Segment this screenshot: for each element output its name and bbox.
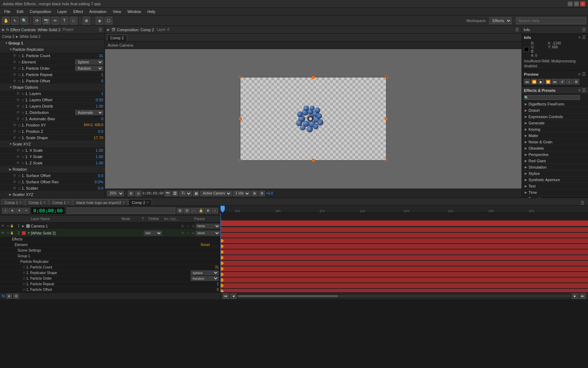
tool-text[interactable]: T [61,17,68,25]
layer-mask-2[interactable]: ◎ [191,231,196,236]
layer-star-2[interactable]: ☆ [186,231,190,236]
layer-row-solid[interactable]: 👁 ◎ 🔓 2 ▼ [White Solid 2] NorAddMultiply… [0,230,220,237]
tool-select[interactable]: ↖ [11,17,19,25]
tl-view-6[interactable]: ↔ [212,208,218,213]
mask-toggle[interactable]: ◎ [135,191,141,196]
scale-xyz-header[interactable]: ▼ Scale XYZ [0,141,105,147]
maximize-button[interactable]: □ [574,1,579,6]
tab-black-hole[interactable]: black hole logo ae import2 × [73,199,128,205]
timeline-ruler[interactable]: 04s 08s 12s 16s 20s 24s 28s [220,206,588,213]
layer-lock-2[interactable]: 🔓 [10,231,14,234]
prev-first[interactable]: ⏮ [524,79,530,84]
checker-btn[interactable]: ▦ [193,191,199,196]
tl-element-row[interactable]: Element Reset ....... [0,242,220,248]
tl-replicator-shape-select[interactable]: Sphere [191,271,219,275]
prop-x-scale[interactable]: ⏱ ◇ 1. X Scale 1.00 [0,147,105,154]
tool-camera[interactable]: 📷 [42,17,50,25]
tool-pen[interactable]: ✏ [51,17,59,25]
tl-nav-end[interactable]: ⏭ [580,293,586,299]
tl-view-5[interactable]: ⊕ [205,208,211,213]
layer-eye-2[interactable]: 👁 [0,231,6,235]
tab-close-2[interactable]: × [43,200,46,204]
tl-ctrl-4[interactable]: ≡ [23,208,29,213]
prop-distribution[interactable]: ⏱ ◇ 1. Distribution Automatic [0,109,105,116]
ep-menu-btn[interactable]: ☰ [582,88,586,93]
handle-tl[interactable] [239,76,242,79]
prop-z-scale[interactable]: ⏱ ◇ 1. Z Scale 1.00 [0,160,105,166]
menu-layer[interactable]: Layer [55,9,70,14]
prev-last[interactable]: ⏭ [552,79,558,84]
tl-replicator-shape-row[interactable]: ⏱ 1. Replicator Shape Sphere [0,270,220,276]
comp2-tab[interactable]: Comp 2 [107,35,127,41]
tl-particle-replicator-row[interactable]: Particle Replicator [0,259,220,265]
particle-order-select[interactable]: RandomSequential [75,66,103,71]
add-keyframe[interactable]: ⊕ [6,294,12,299]
layer-expand-2[interactable]: ▼ [27,231,31,235]
rotation-header[interactable]: ▶ Rotation [0,166,105,172]
distribution-select[interactable]: Automatic [75,110,103,115]
handle-bottom[interactable] [312,159,315,162]
ep-generate[interactable]: ▶ Generate [522,120,588,126]
tl-settings[interactable]: ⚙ [13,294,19,299]
menu-animation[interactable]: Animation [86,9,109,14]
prev-settings[interactable]: ⚙ [573,79,579,84]
tab-comp1-2[interactable]: Comp 1 × [25,199,48,205]
tl-ctrl-1[interactable]: ⊹ [2,208,8,213]
grid-toggle[interactable]: ⊞ [128,191,134,196]
tab-comp1-1[interactable]: Comp 1 × [1,199,24,205]
tl-view-4[interactable]: 🔒 [198,208,204,213]
prop-auto-bias[interactable]: ⏱ ◇ 1. Automatic Bias 0 [0,116,105,122]
prop-position-xy[interactable]: ⏱ ◇ 1. Position XY 844.0, 408.0 [0,122,105,128]
menu-help[interactable]: Help [145,9,158,14]
prop-scale-shape[interactable]: ⏱ ◇ 1. Scale Shape 17.70 [0,135,105,141]
ep-expression-controls[interactable]: ▶ Expression Controls [522,114,588,120]
tool-3d[interactable]: ⬡ [105,17,112,25]
ep-synthetic-aperture[interactable]: ▶ Synthetic Aperture [522,177,588,183]
ep-obsolete[interactable]: ▶ Obsolete [522,145,588,151]
tl-particle-order-row[interactable]: ⏱ 1. Particle Order Random [0,276,220,281]
render-options[interactable]: ⚙ [259,191,265,196]
group1-header[interactable]: ▼ Group 1 [0,40,105,46]
preview-menu-btn[interactable]: ☰ [582,72,586,77]
tl-scene-settings-row[interactable]: Scene Settings [0,248,220,253]
ep-distort[interactable]: ▶ Distort [522,107,588,114]
handle-bl[interactable] [239,159,242,162]
handle-br[interactable] [385,159,387,162]
tab-close-4[interactable]: × [123,200,125,204]
menu-window[interactable]: Window [125,9,144,14]
ep-keying[interactable]: ▶ Keying [522,126,588,132]
tl-nav-next[interactable]: ► [572,293,578,299]
tool-hand[interactable]: ✋ [2,17,10,25]
prop-replicator-shape[interactable]: ⏱ ◇ Element SphereBoxPlane [0,59,105,65]
tl-particle-order-select[interactable]: Random [191,276,219,281]
shape-options-header[interactable]: ▼ Shape Options [0,84,105,90]
layer-parent-1[interactable]: None [196,224,220,229]
tool-zoom[interactable]: 🔍 [20,17,28,25]
layer-mask-1[interactable]: ◎ [191,224,196,229]
effect-controls-menu[interactable]: ☰ [99,27,103,32]
tool-snap[interactable]: ◈ [96,17,103,25]
prev-play[interactable]: ▶ [538,79,544,84]
tl-particle-repeat-row[interactable]: ⏱ 1. Particle Repeat 1 [0,281,220,287]
preview-collapse[interactable]: × [578,72,581,77]
scatter-xyz-header[interactable]: ▶ Scatter XYZ [0,191,105,198]
camera-select[interactable]: Active Camera [200,191,232,196]
tool-puppet[interactable]: ⊕ [83,17,90,25]
prev-audio[interactable]: ♪ [566,79,572,84]
menu-composition[interactable]: Composition [27,9,54,14]
view-select[interactable]: 1 View [233,191,250,196]
layer-row-camera[interactable]: 👁 ◎ 🔓 1 ▶ Camera 1 fx ☆ ◎ [0,223,220,230]
particle-replicator-header[interactable]: ▼ Particle Replicator [0,46,105,53]
layer-fx-2[interactable]: fx [180,231,185,236]
view-options[interactable]: ⊞ [251,191,258,196]
prop-layers-offset[interactable]: ⏱ ◇ 1. Layers Offset 0.50 [0,97,105,103]
minimize-button[interactable]: ─ [568,1,573,6]
tl-view-3[interactable]: ⋯ [191,208,197,213]
ep-red-giant[interactable]: ▶ Red Giant [522,158,588,164]
tool-shape[interactable]: □ [70,17,77,25]
tl-nav-start[interactable]: ⏮ [223,293,229,299]
snapshot-btn[interactable]: 📷 [164,191,171,196]
menu-file[interactable]: File [1,9,13,14]
info-menu-btn[interactable]: ☰ [582,35,586,40]
tl-ctrl-2[interactable]: ◈ [9,208,15,213]
